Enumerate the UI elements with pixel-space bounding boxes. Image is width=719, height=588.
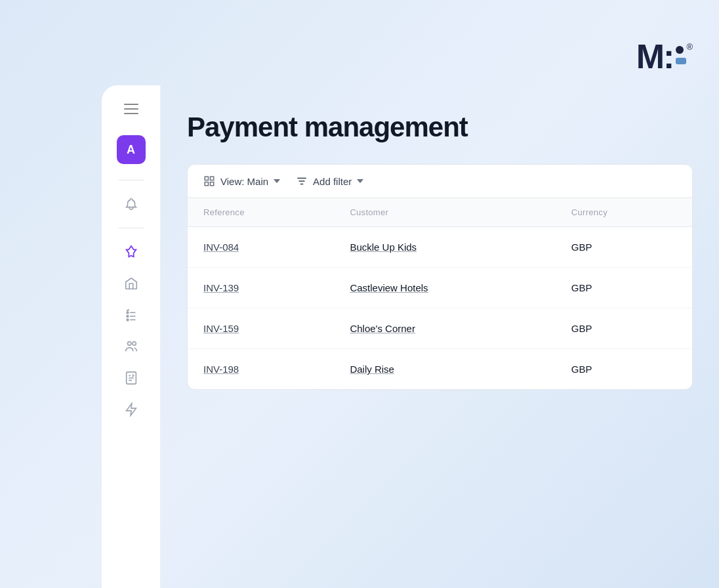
filter-active-icon[interactable] [118,239,144,265]
table-toolbar: View: Main Add filter [188,165,692,198]
add-filter-button[interactable]: Add filter [296,175,363,187]
logo-icon [676,46,686,64]
cell-customer[interactable]: Castleview Hotels [334,268,555,308]
cell-reference[interactable]: INV-198 [188,349,334,390]
svg-rect-9 [205,177,208,180]
svg-point-0 [127,312,129,314]
customer-link[interactable]: Daily Rise [350,364,394,375]
tasks-icon[interactable] [118,302,144,328]
payments-table: Reference Customer Currency INV-084Buckl… [188,198,692,389]
page-title: Payment management [187,112,693,143]
content-area: Payment management View: Main [161,85,719,588]
svg-point-6 [127,342,131,346]
view-chevron-icon [274,179,280,183]
payment-table-container: View: Main Add filter Reference Customer [187,164,693,390]
cell-reference[interactable]: INV-159 [188,308,334,349]
reference-link[interactable]: INV-139 [203,282,239,293]
lightning-icon[interactable] [118,396,144,423]
user-avatar[interactable]: A [117,135,146,164]
cell-customer[interactable]: Chloe's Corner [334,308,555,349]
invoice-icon[interactable] [118,365,144,391]
logo-m: M: [636,39,674,74]
col-currency: Currency [556,198,692,227]
home-icon[interactable] [118,270,144,297]
customer-link[interactable]: Castleview Hotels [350,282,428,293]
logo-area: M: ® [636,39,693,74]
col-customer: Customer [334,198,555,227]
table-row: INV-198Daily RiseGBP [188,349,692,390]
svg-rect-11 [205,182,208,186]
view-selector[interactable]: View: Main [203,175,280,187]
svg-point-2 [127,315,129,317]
svg-point-7 [132,342,136,346]
svg-rect-10 [211,177,214,180]
table-row: INV-139Castleview HotelsGBP [188,268,692,308]
cell-customer[interactable]: Buckle Up Kids [334,227,555,268]
view-icon [203,175,215,187]
filter-label: Add filter [313,176,352,187]
sidebar-divider-2 [118,228,144,228]
table-row: INV-084Buckle Up KidsGBP [188,227,692,268]
cell-currency: GBP [556,227,692,268]
view-label: View: Main [220,176,268,187]
reference-link[interactable]: INV-084 [203,242,239,253]
hamburger-button[interactable] [119,98,144,119]
svg-rect-12 [211,182,214,186]
table-row: INV-159Chloe's CornerGBP [188,308,692,349]
reference-link[interactable]: INV-198 [203,364,239,375]
col-reference: Reference [188,198,334,227]
customer-link[interactable]: Buckle Up Kids [350,242,417,253]
filter-chevron-icon [357,179,363,183]
cell-reference[interactable]: INV-139 [188,268,334,308]
logo-registered: ® [686,42,693,52]
sidebar: A [102,85,161,588]
sidebar-divider-1 [118,180,144,180]
cell-currency: GBP [556,308,692,349]
cell-currency: GBP [556,268,692,308]
team-icon[interactable] [118,333,144,360]
table-header-row: Reference Customer Currency [188,198,692,227]
customer-link[interactable]: Chloe's Corner [350,323,415,334]
cell-customer[interactable]: Daily Rise [334,349,555,390]
filter-icon [296,175,308,187]
cell-currency: GBP [556,349,692,390]
notification-icon[interactable] [118,191,144,217]
cell-reference[interactable]: INV-084 [188,227,334,268]
svg-point-4 [127,319,129,321]
reference-link[interactable]: INV-159 [203,323,239,334]
